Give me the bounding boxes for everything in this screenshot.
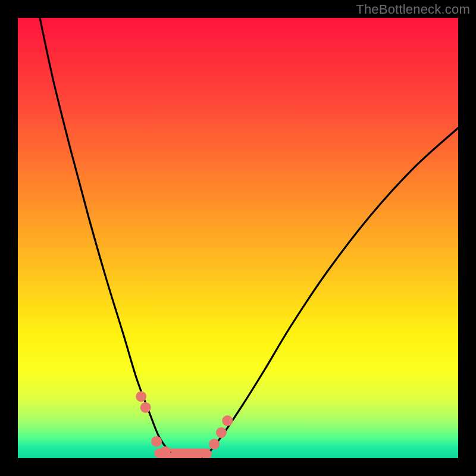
plot-area <box>18 18 458 458</box>
background-gradient <box>18 18 458 458</box>
watermark-text: TheBottleneck.com <box>356 2 470 17</box>
svg-rect-0 <box>18 18 458 458</box>
chart-frame: TheBottleneck.com <box>0 0 476 476</box>
